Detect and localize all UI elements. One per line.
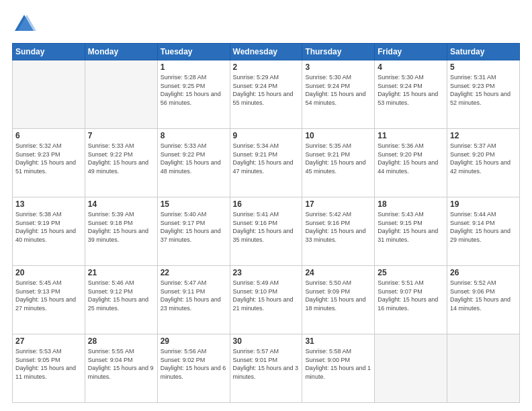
day-number: 30 (233, 336, 300, 346)
calendar-cell: 16Sunrise: 5:41 AMSunset: 9:16 PMDayligh… (230, 197, 302, 266)
day-info: Sunrise: 5:55 AMSunset: 9:04 PMDaylight:… (88, 347, 154, 381)
day-number: 7 (88, 131, 154, 140)
logo (12, 12, 39, 36)
calendar-cell: 31Sunrise: 5:58 AMSunset: 9:00 PMDayligh… (302, 334, 375, 403)
calendar-week-3: 13Sunrise: 5:38 AMSunset: 9:19 PMDayligh… (13, 197, 520, 266)
calendar-cell: 8Sunrise: 5:33 AMSunset: 9:22 PMDaylight… (157, 129, 230, 197)
calendar-cell: 14Sunrise: 5:39 AMSunset: 9:18 PMDayligh… (85, 197, 157, 266)
day-number: 29 (161, 336, 227, 346)
calendar-cell: 30Sunrise: 5:57 AMSunset: 9:01 PMDayligh… (230, 334, 302, 403)
day-number: 25 (378, 268, 444, 277)
calendar-week-4: 20Sunrise: 5:45 AMSunset: 9:13 PMDayligh… (13, 266, 520, 334)
calendar-cell: 9Sunrise: 5:34 AMSunset: 9:21 PMDaylight… (230, 129, 302, 197)
calendar-cell: 20Sunrise: 5:45 AMSunset: 9:13 PMDayligh… (13, 266, 85, 334)
day-number: 17 (305, 199, 371, 209)
day-info: Sunrise: 5:53 AMSunset: 9:05 PMDaylight:… (15, 347, 82, 381)
calendar-header-sunday: Sunday (13, 44, 85, 60)
day-info: Sunrise: 5:41 AMSunset: 9:16 PMDaylight:… (233, 210, 300, 244)
calendar-cell: 1Sunrise: 5:28 AMSunset: 9:25 PMDaylight… (157, 60, 230, 129)
day-number: 3 (305, 62, 371, 72)
day-info: Sunrise: 5:56 AMSunset: 9:02 PMDaylight:… (161, 347, 227, 381)
day-info: Sunrise: 5:30 AMSunset: 9:24 PMDaylight:… (305, 73, 371, 107)
day-number: 19 (450, 199, 517, 209)
calendar-cell (447, 334, 520, 403)
day-number: 24 (305, 268, 371, 277)
day-number: 8 (161, 131, 227, 140)
day-number: 23 (233, 268, 300, 277)
day-info: Sunrise: 5:36 AMSunset: 9:20 PMDaylight:… (378, 142, 444, 175)
calendar-cell: 28Sunrise: 5:55 AMSunset: 9:04 PMDayligh… (85, 334, 157, 403)
day-number: 14 (88, 199, 154, 209)
day-info: Sunrise: 5:35 AMSunset: 9:21 PMDaylight:… (305, 142, 371, 175)
day-info: Sunrise: 5:33 AMSunset: 9:22 PMDaylight:… (88, 142, 154, 175)
day-number: 2 (233, 62, 300, 72)
calendar-header-wednesday: Wednesday (230, 44, 302, 60)
day-info: Sunrise: 5:44 AMSunset: 9:14 PMDaylight:… (450, 210, 517, 244)
day-info: Sunrise: 5:57 AMSunset: 9:01 PMDaylight:… (233, 347, 300, 381)
day-info: Sunrise: 5:29 AMSunset: 9:24 PMDaylight:… (233, 73, 300, 107)
calendar-cell: 2Sunrise: 5:29 AMSunset: 9:24 PMDaylight… (230, 60, 302, 129)
day-info: Sunrise: 5:43 AMSunset: 9:15 PMDaylight:… (378, 210, 444, 244)
day-info: Sunrise: 5:38 AMSunset: 9:19 PMDaylight:… (15, 210, 82, 244)
day-info: Sunrise: 5:46 AMSunset: 9:12 PMDaylight:… (88, 279, 154, 312)
day-number: 16 (233, 199, 300, 209)
calendar-cell: 3Sunrise: 5:30 AMSunset: 9:24 PMDaylight… (302, 60, 375, 129)
day-info: Sunrise: 5:42 AMSunset: 9:16 PMDaylight:… (305, 210, 371, 244)
calendar-week-5: 27Sunrise: 5:53 AMSunset: 9:05 PMDayligh… (13, 334, 520, 403)
day-info: Sunrise: 5:39 AMSunset: 9:18 PMDaylight:… (88, 210, 154, 244)
day-info: Sunrise: 5:51 AMSunset: 9:07 PMDaylight:… (378, 279, 444, 312)
day-number: 20 (15, 268, 82, 277)
calendar-header-row: SundayMondayTuesdayWednesdayThursdayFrid… (13, 44, 520, 60)
calendar-cell (13, 60, 85, 129)
day-info: Sunrise: 5:32 AMSunset: 9:23 PMDaylight:… (15, 142, 82, 175)
day-info: Sunrise: 5:45 AMSunset: 9:13 PMDaylight:… (15, 279, 82, 312)
page: SundayMondayTuesdayWednesdayThursdayFrid… (0, 0, 532, 411)
day-number: 5 (450, 62, 517, 72)
day-number: 31 (305, 336, 371, 346)
calendar-header-tuesday: Tuesday (157, 44, 230, 60)
day-number: 6 (15, 131, 82, 140)
day-number: 27 (15, 336, 82, 346)
calendar-cell: 24Sunrise: 5:50 AMSunset: 9:09 PMDayligh… (302, 266, 375, 334)
calendar-cell: 17Sunrise: 5:42 AMSunset: 9:16 PMDayligh… (302, 197, 375, 266)
calendar-cell: 29Sunrise: 5:56 AMSunset: 9:02 PMDayligh… (157, 334, 230, 403)
logo-icon (12, 12, 36, 36)
calendar-cell: 13Sunrise: 5:38 AMSunset: 9:19 PMDayligh… (13, 197, 85, 266)
calendar-table: SundayMondayTuesdayWednesdayThursdayFrid… (12, 43, 520, 403)
day-info: Sunrise: 5:30 AMSunset: 9:24 PMDaylight:… (378, 73, 444, 107)
calendar-cell: 25Sunrise: 5:51 AMSunset: 9:07 PMDayligh… (375, 266, 447, 334)
calendar-cell: 12Sunrise: 5:37 AMSunset: 9:20 PMDayligh… (447, 129, 520, 197)
calendar-cell: 7Sunrise: 5:33 AMSunset: 9:22 PMDaylight… (85, 129, 157, 197)
calendar-cell: 26Sunrise: 5:52 AMSunset: 9:06 PMDayligh… (447, 266, 520, 334)
day-number: 11 (378, 131, 444, 140)
day-number: 12 (450, 131, 517, 140)
day-number: 15 (161, 199, 227, 209)
calendar-header-friday: Friday (375, 44, 447, 60)
day-info: Sunrise: 5:28 AMSunset: 9:25 PMDaylight:… (161, 73, 227, 107)
day-info: Sunrise: 5:33 AMSunset: 9:22 PMDaylight:… (161, 142, 227, 175)
calendar-cell: 18Sunrise: 5:43 AMSunset: 9:15 PMDayligh… (375, 197, 447, 266)
day-number: 9 (233, 131, 300, 140)
calendar-cell: 22Sunrise: 5:47 AMSunset: 9:11 PMDayligh… (157, 266, 230, 334)
day-number: 26 (450, 268, 517, 277)
day-number: 28 (88, 336, 154, 346)
day-info: Sunrise: 5:50 AMSunset: 9:09 PMDaylight:… (305, 279, 371, 312)
day-info: Sunrise: 5:40 AMSunset: 9:17 PMDaylight:… (161, 210, 227, 244)
calendar-header-thursday: Thursday (302, 44, 375, 60)
calendar-cell: 6Sunrise: 5:32 AMSunset: 9:23 PMDaylight… (13, 129, 85, 197)
calendar-cell: 19Sunrise: 5:44 AMSunset: 9:14 PMDayligh… (447, 197, 520, 266)
calendar-cell (85, 60, 157, 129)
day-number: 13 (15, 199, 82, 209)
day-number: 18 (378, 199, 444, 209)
day-number: 10 (305, 131, 371, 140)
calendar-cell: 23Sunrise: 5:49 AMSunset: 9:10 PMDayligh… (230, 266, 302, 334)
day-info: Sunrise: 5:34 AMSunset: 9:21 PMDaylight:… (233, 142, 300, 175)
calendar-cell: 15Sunrise: 5:40 AMSunset: 9:17 PMDayligh… (157, 197, 230, 266)
calendar-week-1: 1Sunrise: 5:28 AMSunset: 9:25 PMDaylight… (13, 60, 520, 129)
day-number: 1 (161, 62, 227, 72)
calendar-cell: 10Sunrise: 5:35 AMSunset: 9:21 PMDayligh… (302, 129, 375, 197)
day-info: Sunrise: 5:49 AMSunset: 9:10 PMDaylight:… (233, 279, 300, 312)
day-info: Sunrise: 5:58 AMSunset: 9:00 PMDaylight:… (305, 347, 371, 381)
day-number: 4 (378, 62, 444, 72)
day-info: Sunrise: 5:31 AMSunset: 9:23 PMDaylight:… (450, 73, 517, 107)
